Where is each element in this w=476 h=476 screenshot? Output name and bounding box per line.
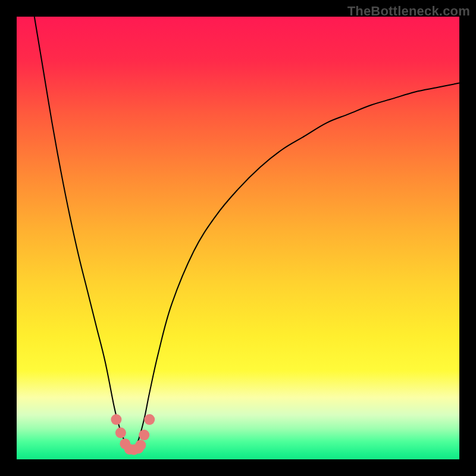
marker-point [144,414,155,425]
marker-point [139,430,149,440]
chart-frame: TheBottleneck.com [0,0,476,476]
marker-point [115,427,126,438]
curve-right-branch [131,83,459,451]
marker-group [111,414,155,455]
curve-left-branch [35,17,132,450]
marker-point [135,440,146,450]
marker-point [111,414,121,425]
plot-area [17,17,459,459]
curve-layer [17,17,459,459]
